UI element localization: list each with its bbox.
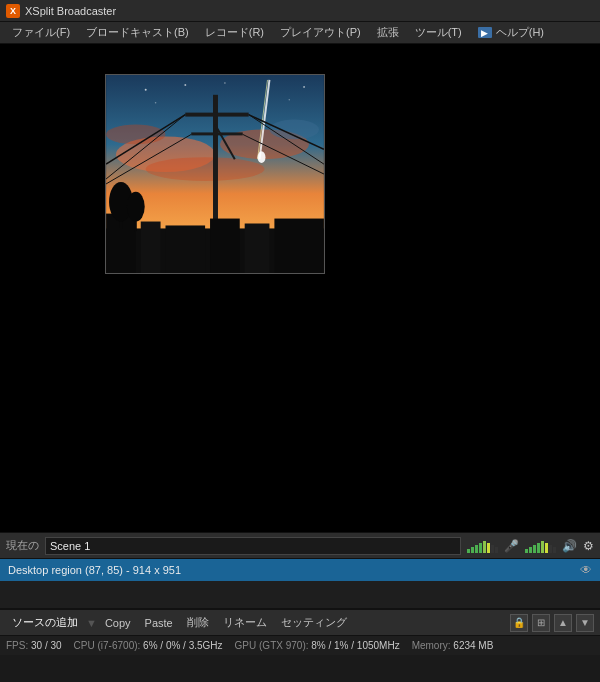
svg-rect-10 (185, 113, 248, 117)
vol-bar-5 (483, 541, 486, 553)
title-bar: X XSplit Broadcaster (0, 0, 600, 22)
visibility-icon[interactable]: 👁 (580, 563, 592, 577)
source-list: Desktop region (87, 85) - 914 x 951 👁 (0, 559, 600, 609)
svg-point-31 (184, 84, 186, 86)
svg-rect-24 (245, 224, 270, 274)
vol-bar-2 (471, 547, 474, 553)
preview-area (0, 44, 600, 532)
svg-point-4 (106, 125, 165, 145)
svg-point-29 (127, 192, 145, 222)
audio-settings-icon[interactable]: ⚙ (583, 539, 594, 553)
title-bar-text: XSplit Broadcaster (25, 5, 116, 17)
status-bar: FPS: 30 / 30 CPU (i7-6700): 6% / 0% / 3.… (0, 635, 600, 655)
svg-rect-11 (191, 132, 242, 135)
scene-preview (105, 74, 325, 274)
layer-icons: 🔒 ⊞ ▲ ▼ (510, 614, 594, 632)
svg-point-3 (146, 157, 265, 181)
svg-point-8 (258, 151, 266, 163)
expand-icon-btn[interactable]: ⊞ (532, 614, 550, 632)
vol-bar-r1 (525, 549, 528, 553)
menu-tools[interactable]: ツール(T) (407, 23, 470, 42)
svg-point-30 (145, 89, 147, 91)
mic-icon[interactable]: 🎤 (504, 539, 519, 553)
svg-point-33 (155, 102, 157, 104)
vol-bar-r8 (553, 547, 556, 553)
speaker-icon[interactable]: 🔊 (562, 539, 577, 553)
svg-rect-21 (141, 222, 161, 273)
vol-bar-1 (467, 549, 470, 553)
vol-bar-r3 (533, 545, 536, 553)
copy-button[interactable]: Copy (99, 615, 137, 631)
memory-status: Memory: 6234 MB (412, 640, 494, 651)
paste-button[interactable]: Paste (139, 615, 179, 631)
vol-bar-4 (479, 543, 482, 553)
source-item[interactable]: Desktop region (87, 85) - 914 x 951 👁 (0, 559, 600, 581)
svg-point-35 (289, 99, 290, 100)
vol-bar-r2 (529, 547, 532, 553)
vol-bar-8 (495, 547, 498, 553)
vol-bar-6 (487, 543, 490, 553)
menu-broadcast[interactable]: ブロードキャスト(B) (78, 23, 197, 42)
cpu-status: CPU (i7-6700): 6% / 0% / 3.5GHz (74, 640, 223, 651)
menu-playout[interactable]: プレイアウト(P) (272, 23, 369, 42)
svg-rect-23 (210, 219, 240, 273)
vol-bar-r7 (549, 545, 552, 553)
help-icon-box: ▶ (478, 27, 492, 38)
vol-bar-r5 (541, 541, 544, 553)
gpu-status: GPU (GTX 970): 8% / 1% / 1050MHz (235, 640, 400, 651)
menu-record[interactable]: レコード(R) (197, 23, 272, 42)
menu-extend[interactable]: 拡張 (369, 23, 407, 42)
svg-point-32 (224, 82, 226, 84)
svg-rect-22 (166, 225, 206, 273)
source-item-label: Desktop region (87, 85) - 914 x 951 (8, 564, 580, 576)
source-actions-bar: ソースの追加 ▼ Copy Paste 削除 リネーム セッティング 🔒 ⊞ ▲… (0, 609, 600, 635)
menu-help[interactable]: ▶ ヘルプ(H) (470, 23, 552, 42)
vol-bar-r4 (537, 543, 540, 553)
volume-bars-left (467, 539, 498, 553)
settings-button[interactable]: セッティング (275, 613, 353, 632)
vol-bar-7 (491, 545, 494, 553)
add-source-button[interactable]: ソースの追加 (6, 613, 84, 632)
vol-bar-r6 (545, 543, 548, 553)
lock-icon-btn[interactable]: 🔒 (510, 614, 528, 632)
fps-status: FPS: 30 / 30 (6, 640, 62, 651)
rename-button[interactable]: リネーム (217, 613, 273, 632)
menu-file[interactable]: ファイル(F) (4, 23, 78, 42)
scene-bar: 現在の 🎤 🔊 ⚙ (0, 533, 600, 559)
app-icon: X (6, 4, 20, 18)
vol-bar-3 (475, 545, 478, 553)
volume-bars-right (525, 539, 556, 553)
menu-bar: ファイル(F) ブロードキャスト(B) レコード(R) プレイアウト(P) 拡張… (0, 22, 600, 44)
scene-name-input[interactable] (45, 537, 461, 555)
bottom-section: 現在の 🎤 🔊 ⚙ Desktop (0, 532, 600, 655)
svg-rect-25 (274, 219, 324, 273)
move-down-btn[interactable]: ▼ (576, 614, 594, 632)
scene-label: 現在の (6, 538, 39, 553)
delete-button[interactable]: 削除 (181, 613, 215, 632)
move-up-btn[interactable]: ▲ (554, 614, 572, 632)
svg-point-34 (303, 86, 305, 88)
